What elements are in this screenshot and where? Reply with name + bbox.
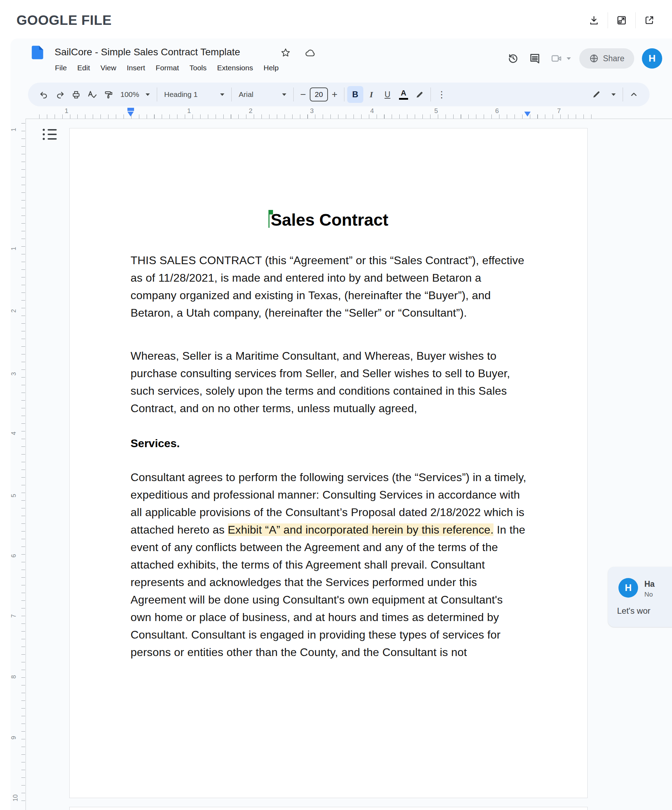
font-name-value: Arial [239, 90, 253, 99]
docs-file-icon[interactable] [30, 44, 46, 61]
ruler-label: 1 [65, 107, 69, 115]
chevron-down-icon [611, 93, 616, 96]
ruler-label: 7 [10, 614, 17, 618]
menu-edit[interactable]: Edit [72, 62, 95, 74]
more-options-button[interactable]: ⋮ [434, 86, 450, 103]
ruler-label: 3 [10, 372, 17, 375]
chevron-down-icon [282, 93, 286, 96]
share-button[interactable]: Share [579, 48, 634, 69]
ruler-label: 9 [10, 736, 17, 739]
paragraph-style-value: Heading 1 [164, 90, 198, 99]
ruler-label: 1 [10, 128, 17, 131]
spellcheck-button[interactable] [84, 86, 100, 103]
account-avatar[interactable]: H [642, 48, 662, 69]
ruler-label: 1 [187, 107, 191, 115]
toolbar-divider [623, 88, 623, 101]
zoom-select[interactable]: 100% [116, 86, 154, 103]
version-history-button[interactable] [502, 47, 524, 69]
share-button-label: Share [603, 54, 625, 63]
bold-button[interactable]: B [347, 86, 363, 103]
download-button[interactable] [583, 10, 605, 30]
paint-format-button[interactable] [100, 86, 116, 103]
menu-tools[interactable]: Tools [184, 62, 212, 74]
vertical-ruler [21, 123, 25, 802]
ruler-label: 2 [249, 107, 253, 115]
video-camera-icon [550, 52, 571, 64]
text-color-button[interactable]: A [395, 86, 412, 103]
highlighter-icon [415, 90, 424, 99]
ruler-label: 4 [10, 431, 17, 435]
chevron-down-icon [567, 57, 571, 60]
ruler-label: 10 [12, 794, 19, 801]
paint-roller-icon [104, 90, 113, 100]
ruler-label: 6 [495, 107, 499, 115]
menu-file[interactable]: File [50, 62, 72, 74]
menu-format[interactable]: Format [150, 62, 184, 74]
underline-label: U [385, 90, 391, 100]
pop-out-button[interactable] [611, 10, 632, 30]
print-icon [71, 90, 81, 100]
viewport-left-border [25, 119, 26, 810]
formatting-toolbar: 100% Heading 1 Arial − 20 + B I U A ⋮ [28, 83, 650, 106]
ruler-label: 8 [10, 675, 17, 678]
history-icon [507, 52, 519, 64]
menu-bar: File Edit View Insert Format Tools Exten… [50, 62, 284, 74]
open-external-button[interactable] [638, 10, 660, 30]
paragraph-style-select[interactable]: Heading 1 [160, 86, 228, 103]
header-divider [608, 12, 608, 28]
zoom-value: 100% [120, 90, 139, 99]
star-button[interactable] [279, 46, 292, 60]
bold-label: B [352, 89, 358, 100]
comment-body-text: Let's wor [617, 606, 650, 616]
chevron-down-icon [220, 93, 225, 96]
comments-button[interactable] [524, 47, 545, 69]
right-indent-marker[interactable] [524, 111, 530, 116]
text-color-swatch [399, 98, 408, 100]
open-external-icon [644, 15, 655, 26]
redo-button[interactable] [52, 86, 68, 103]
document-body[interactable]: Sales Contract THIS SALES CONTRACT (this… [130, 128, 527, 661]
menu-view[interactable]: View [95, 62, 122, 74]
menu-extensions[interactable]: Extensions [212, 62, 258, 74]
ruler-label: 6 [10, 554, 17, 557]
underline-button[interactable]: U [380, 86, 395, 103]
meet-button[interactable] [545, 47, 576, 69]
menu-insert[interactable]: Insert [122, 62, 150, 74]
paragraph: THIS SALES CONTRACT (this “Agreement” or… [130, 251, 527, 322]
comment-author-name: Ha [644, 579, 655, 589]
highlighted-text: Exhibit “A” and incorporated herein by t… [228, 523, 494, 536]
header-divider [635, 12, 636, 28]
document-title-field[interactable]: SailCore - Simple Sales Contract Templat… [55, 47, 240, 58]
text-color-label: A [401, 89, 406, 97]
ruler-label: 4 [370, 107, 374, 115]
download-icon [588, 15, 599, 26]
decrease-font-size-button[interactable]: − [296, 89, 310, 100]
ruler-label: 5 [434, 107, 438, 115]
services-heading: Services. [130, 437, 527, 450]
comment-card[interactable]: H Ha No Let's wor [608, 567, 672, 627]
hide-menus-button[interactable] [626, 86, 642, 103]
header-actions [583, 10, 660, 30]
toolbar-divider [293, 88, 294, 101]
menu-help[interactable]: Help [258, 62, 284, 74]
document-page-2[interactable] [69, 807, 588, 810]
highlight-color-button[interactable] [412, 86, 428, 103]
undo-button[interactable] [36, 86, 52, 103]
document-outline-button[interactable] [43, 129, 57, 142]
editing-mode-button[interactable] [588, 86, 620, 103]
toolbar-divider [157, 88, 157, 101]
font-size-input[interactable]: 20 [310, 88, 328, 101]
first-line-indent-marker[interactable] [127, 108, 134, 111]
paragraph-text: In the event of any conflicts between th… [130, 523, 525, 658]
left-indent-marker[interactable] [127, 111, 134, 116]
pop-out-icon [616, 15, 627, 26]
italic-button[interactable]: I [363, 86, 380, 103]
paragraph: Whereas, Seller is a Maritime Consultant… [130, 347, 527, 417]
increase-font-size-button[interactable]: + [328, 89, 341, 100]
print-button[interactable] [68, 86, 84, 103]
document-page[interactable]: Sales Contract THIS SALES CONTRACT (this… [69, 128, 588, 798]
redo-icon [55, 90, 65, 100]
font-select[interactable]: Arial [235, 86, 290, 103]
ruler-label: 3 [310, 107, 314, 115]
star-icon [280, 47, 291, 58]
